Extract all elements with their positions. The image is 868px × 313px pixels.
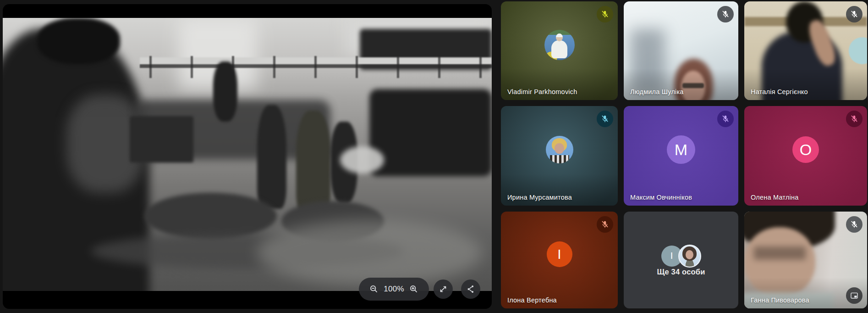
- muted-mic-indicator: [717, 111, 734, 127]
- art-shape: [257, 105, 286, 209]
- art-shape: [369, 89, 492, 176]
- art-shape: [37, 18, 120, 64]
- overflow-count-label: Ще 34 особи: [624, 268, 738, 276]
- mic-off-icon: [600, 220, 610, 229]
- zoom-out-button[interactable]: [369, 284, 379, 294]
- magnifier-plus-icon: [409, 284, 419, 294]
- muted-mic-indicator: [717, 6, 734, 22]
- zoom-level: 100%: [384, 285, 404, 294]
- mic-off-icon: [850, 220, 859, 229]
- muted-mic-indicator: [846, 6, 863, 22]
- avatar-photo: [546, 136, 573, 163]
- muted-mic-indicator: [846, 216, 863, 233]
- participant-tile-5[interactable]: ММаксим Овчинніков: [624, 106, 738, 206]
- participant-name: Ганна Пивоварова: [751, 296, 809, 304]
- avatar-initial: О: [792, 136, 819, 163]
- overflow-avatars: І: [624, 245, 738, 268]
- participant-name: Ілона Вертебна: [507, 296, 557, 304]
- art-shape: [149, 56, 482, 78]
- avatar-photo: [678, 245, 701, 268]
- participant-name: Максим Овчинніков: [630, 194, 692, 201]
- mic-off-icon: [721, 10, 730, 19]
- participant-tile-9[interactable]: Ганна Пивоварова: [744, 212, 867, 308]
- participant-name: Vladimir Parkhomovich: [507, 88, 577, 95]
- expand-button[interactable]: [434, 279, 453, 299]
- muted-mic-indicator: [597, 111, 613, 127]
- avatar-initial: І: [547, 241, 572, 267]
- participant-tile-3[interactable]: Наталія Сергієнко: [744, 1, 867, 100]
- participants-grid: Vladimir Parkhomovich Людмила Шуліка Нат…: [501, 1, 868, 309]
- participant-name: Наталія Сергієнко: [751, 88, 808, 95]
- share-button[interactable]: [461, 279, 480, 299]
- art-shape: [257, 220, 482, 285]
- participant-tile-8[interactable]: ІЩе 34 особи: [624, 212, 738, 308]
- mic-off-icon: [600, 114, 610, 123]
- participant-tile-7[interactable]: ІІлона Вертебна: [501, 212, 618, 308]
- art-shape: [754, 246, 806, 260]
- participant-name: Олена Матліна: [751, 194, 798, 201]
- muted-mic-indicator: [597, 216, 613, 233]
- muted-mic-indicator: [846, 111, 863, 127]
- pip-button[interactable]: [846, 287, 863, 304]
- art-shape: [296, 111, 330, 214]
- art-shape: [340, 146, 384, 174]
- participant-name: Ирина Мурсамитова: [507, 194, 572, 201]
- mic-off-icon: [850, 10, 859, 19]
- participant-tile-2[interactable]: Людмила Шуліка: [624, 1, 738, 100]
- shared-screen-tile[interactable]: 100%: [3, 4, 492, 309]
- picture-in-picture-icon: [850, 291, 859, 300]
- mic-off-icon: [600, 10, 610, 19]
- participant-name: Людмила Шуліка: [630, 88, 684, 95]
- participant-tile-1[interactable]: Vladimir Parkhomovich: [501, 1, 618, 100]
- participant-tile-6[interactable]: ООлена Матліна: [744, 106, 867, 206]
- mic-off-icon: [850, 114, 859, 123]
- magnifier-minus-icon: [369, 284, 379, 294]
- mic-off-icon: [721, 114, 730, 123]
- avatar-photo: [544, 30, 575, 60]
- zoom-in-button[interactable]: [409, 284, 419, 294]
- art-shape: [130, 116, 193, 162]
- meeting-window: 100%: [0, 0, 868, 313]
- zoom-controls: 100%: [359, 278, 429, 301]
- share-icon: [466, 284, 476, 294]
- participant-tile-4[interactable]: Ирина Мурсамитова: [501, 106, 618, 206]
- art-shape: [213, 61, 237, 122]
- shared-screen-video: [3, 18, 492, 291]
- diagonal-expand-icon: [438, 284, 448, 294]
- avatar-initial: М: [667, 135, 695, 164]
- art-shape: [144, 193, 276, 239]
- muted-mic-indicator: [597, 6, 613, 22]
